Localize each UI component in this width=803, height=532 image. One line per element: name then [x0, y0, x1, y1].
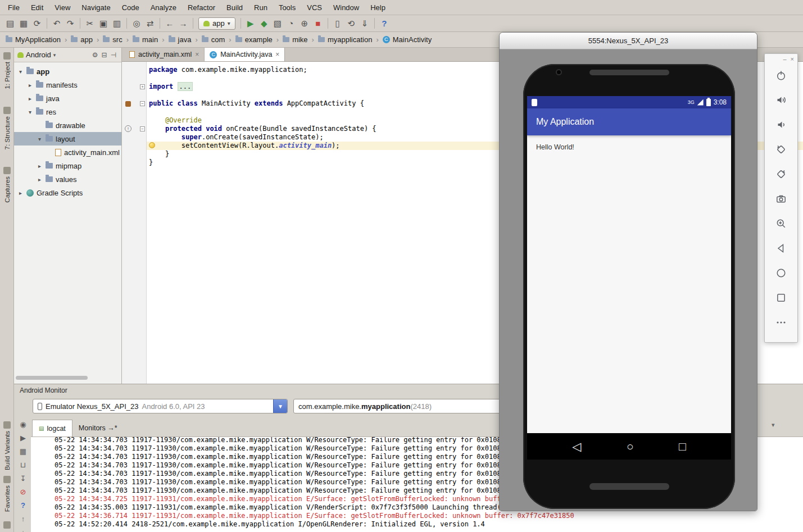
trash-icon[interactable]: ⊔ — [17, 458, 29, 472]
undo-icon[interactable]: ↶ — [50, 17, 63, 30]
phone-screen[interactable]: 3G 3:08 My Application Hello World! ◁○□ — [527, 96, 731, 460]
emu-power-button[interactable] — [765, 63, 797, 88]
tree-item-mipmap[interactable]: ▸mipmap — [14, 159, 121, 172]
breadcrumb-item-src[interactable]: src — [102, 35, 123, 44]
tree-collapsed-icon[interactable]: ▸ — [27, 96, 33, 102]
fold-minus-icon[interactable]: − — [140, 101, 145, 106]
breadcrumb-item-myapplication[interactable]: myapplication — [317, 35, 374, 44]
emu-home-button[interactable] — [765, 261, 797, 285]
filter-dropdown-arrow-icon[interactable]: ▾ — [772, 421, 775, 429]
menu-file[interactable]: File — [2, 2, 25, 13]
menu-navigate[interactable]: Navigate — [76, 2, 116, 13]
export-icon[interactable]: ↧ — [17, 472, 29, 485]
paste-icon[interactable]: ▥ — [110, 17, 124, 30]
back-icon[interactable]: ← — [163, 17, 176, 30]
menu-refactor[interactable]: Refactor — [182, 2, 221, 13]
close-icon[interactable]: × — [195, 51, 199, 58]
open-icon[interactable]: ▤ — [3, 17, 17, 30]
logcat-help-icon[interactable]: ? — [17, 499, 29, 512]
nav-overview-icon[interactable]: □ — [679, 440, 686, 452]
emu-more-button[interactable] — [765, 310, 797, 335]
tab-mainactivity-java[interactable]: C MainActivity.java × — [205, 48, 285, 61]
tree-item-manifests[interactable]: ▸manifests — [14, 78, 121, 92]
tree-item-app[interactable]: ▾app — [14, 65, 121, 78]
menu-run[interactable]: Run — [248, 2, 273, 13]
breadcrumb-item-example[interactable]: example — [234, 35, 274, 44]
breadcrumb-item-myapplication[interactable]: MyApplication — [4, 35, 62, 44]
collapse-all-icon[interactable]: ⊟ — [99, 51, 108, 59]
menu-analyze[interactable]: Analyze — [145, 2, 182, 13]
device-selector[interactable]: Emulator Nexus_5X_API_23 Android 6.0, AP… — [33, 399, 288, 413]
tab-monitors[interactable]: Monitors →* — [72, 420, 124, 436]
menu-build[interactable]: Build — [221, 2, 248, 13]
project-view-selector[interactable]: Android — [26, 51, 51, 59]
settings-icon[interactable]: ⚙ — [90, 51, 100, 59]
breadcrumb-item-mainactivity[interactable]: CMainActivity — [382, 35, 433, 44]
tree-collapsed-icon[interactable]: ▸ — [37, 163, 43, 169]
tab-logcat[interactable]: ▤ logcat — [32, 420, 72, 436]
menu-vcs[interactable]: VCS — [301, 2, 328, 13]
hide-icon[interactable]: ⊣ — [109, 51, 118, 59]
replace-icon[interactable]: ⇄ — [143, 17, 157, 30]
screen-record-icon[interactable]: ▶ — [17, 431, 29, 445]
coverage-icon[interactable]: ▧ — [271, 17, 284, 30]
menu-edit[interactable]: Edit — [25, 2, 49, 13]
tree-item-res[interactable]: ▾res — [14, 105, 121, 119]
emu-rotate-left-button[interactable] — [765, 137, 797, 162]
toolwindow-button-7-structure[interactable]: 7: Structure — [0, 107, 14, 149]
tree-collapsed-icon[interactable]: ▸ — [27, 82, 33, 88]
emu-back-button[interactable] — [765, 236, 797, 261]
tree-item-drawable[interactable]: drawable — [14, 119, 121, 132]
debug-icon[interactable]: ◆ — [257, 17, 271, 30]
forward-icon[interactable]: → — [176, 17, 190, 30]
toolwindow-switcher-icon[interactable] — [0, 521, 14, 529]
nav-home-icon[interactable]: ○ — [627, 440, 634, 452]
tree-collapsed-icon[interactable]: ▸ — [17, 190, 24, 196]
breadcrumb-item-java[interactable]: java — [167, 35, 193, 44]
tree-item-gradle-scripts[interactable]: ▸Gradle Scripts — [14, 186, 121, 199]
save-icon[interactable]: ▦ — [17, 17, 30, 30]
emulator-titlebar[interactable]: 5554:Nexus_5X_API_23 — [500, 33, 757, 49]
sync-project-icon[interactable]: ⟲ — [344, 17, 358, 30]
tree-expanded-icon[interactable]: ▾ — [37, 136, 43, 142]
camera-icon[interactable]: ◉ — [17, 418, 29, 431]
copy-icon[interactable]: ▣ — [97, 17, 110, 30]
tree-item-layout[interactable]: ▾layout — [14, 132, 121, 145]
breadcrumb-item-mike[interactable]: mike — [282, 35, 309, 44]
emu-volume-down-button[interactable] — [765, 112, 797, 137]
close-icon[interactable]: × — [791, 56, 794, 62]
close-icon[interactable]: × — [275, 51, 279, 58]
fold-plus-icon[interactable]: + — [140, 84, 145, 89]
sync-icon[interactable]: ⟳ — [30, 17, 44, 30]
redo-icon[interactable]: ↷ — [63, 17, 77, 30]
nav-back-icon[interactable]: ◁ — [572, 440, 581, 452]
find-icon[interactable]: ◎ — [130, 17, 143, 30]
chevron-down-icon[interactable]: ▼ — [273, 399, 287, 413]
breadcrumb-item-main[interactable]: main — [131, 35, 159, 44]
menu-help[interactable]: Help — [365, 2, 391, 13]
project-hscrollbar[interactable] — [16, 376, 88, 380]
sdk-manager-icon[interactable]: ⇓ — [358, 17, 371, 30]
tree-item-values[interactable]: ▸values — [14, 172, 121, 186]
toolwindow-button-captures[interactable]: Captures — [0, 167, 14, 203]
stop-icon[interactable]: ■ — [311, 17, 325, 30]
emu-volume-up-button[interactable] — [765, 88, 797, 112]
tree-expanded-icon[interactable]: ▾ — [27, 109, 33, 115]
tree-collapsed-icon[interactable]: ▸ — [37, 176, 43, 183]
layout-inspector-icon[interactable]: ▦ — [17, 445, 29, 458]
fold-minus-icon[interactable]: − — [140, 126, 145, 131]
toolwindow-button-build-variants[interactable]: Build Variants — [0, 421, 14, 470]
help-icon[interactable]: ? — [378, 17, 391, 30]
cut-icon[interactable]: ✂ — [83, 17, 97, 30]
tree-item-activity-main-xml[interactable]: activity_main.xml — [14, 145, 121, 159]
emu-screenshot-button[interactable] — [765, 187, 797, 211]
avd-manager-icon[interactable]: ▯ — [331, 17, 344, 30]
menu-tools[interactable]: Tools — [273, 2, 301, 13]
intention-bulb-icon[interactable] — [149, 142, 155, 148]
toolwindow-button-1-project[interactable]: 1: Project — [0, 52, 14, 89]
minimize-icon[interactable]: – — [783, 56, 786, 62]
emu-rotate-right-button[interactable] — [765, 162, 797, 187]
breadcrumb-item-com[interactable]: com — [201, 35, 226, 44]
run-icon[interactable]: ▶ — [244, 17, 257, 30]
tree-expanded-icon[interactable]: ▾ — [17, 69, 24, 75]
